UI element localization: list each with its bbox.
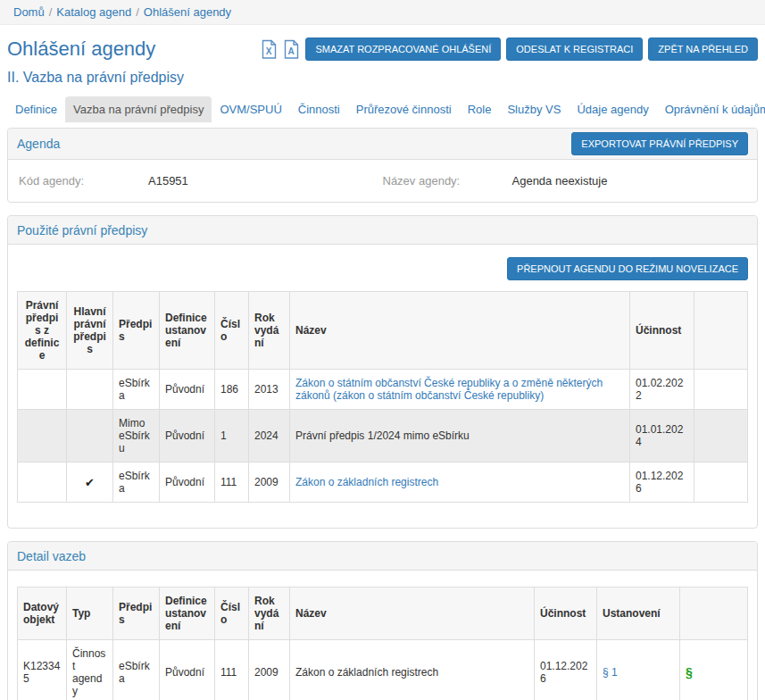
cell-ustanoveni: § 1 [597, 640, 680, 700]
agenda-panel-header: Agenda EXPORTOVAT PRÁVNÍ PŘEDPISY [8, 129, 757, 160]
col-ucinnost: Účinnost [630, 292, 694, 370]
detail-vazeb-table: Datový objekt Typ Předpis Definice ustan… [17, 587, 748, 700]
cell-nazev: Zákon o státním občanství České republik… [290, 370, 630, 410]
breadcrumb-separator: / [136, 5, 139, 19]
tab-sluzby-vs[interactable]: Služby VS [499, 96, 569, 122]
detail-vazeb-panel-header: Detail vazeb [8, 542, 757, 571]
agenda-code-label: Kód agendy: [19, 174, 148, 188]
provision-link[interactable]: § 1 [603, 666, 618, 679]
cell-hlavni [67, 410, 113, 462]
col-predpis: Předpis [113, 292, 160, 370]
cell-ucinnost: 01.12.2026 [630, 462, 694, 503]
agenda-panel: Agenda EXPORTOVAT PRÁVNÍ PŘEDPISY Kód ag… [7, 128, 758, 203]
switch-novelization-mode-button[interactable]: PŘEPNOUT AGENDU DO REŽIMU NOVELIZACE [507, 257, 748, 280]
breadcrumb-current-link[interactable]: Ohlášení agendy [144, 5, 231, 19]
col-akce [694, 292, 748, 370]
agenda-name-label: Název agendy: [383, 174, 512, 188]
agenda-panel-title: Agenda [17, 137, 571, 151]
table-row: ✔ eSbírka Původní 111 2009 Zákon o zákla… [18, 462, 748, 503]
export-legal-regulations-button[interactable]: EXPORTOVAT PRÁVNÍ PŘEDPISY [571, 132, 748, 155]
cell-cislo: 111 [215, 640, 249, 700]
cell-z-definice [18, 410, 67, 462]
agenda-name-field: Název agendy: Agenda neexistuje [383, 174, 747, 188]
tab-udaje-agendy[interactable]: Údaje agendy [569, 96, 656, 122]
col-cislo: Číslo [215, 588, 249, 640]
cell-rok: 2013 [249, 370, 290, 410]
agenda-code-value: A15951 [148, 174, 188, 188]
agenda-code-field: Kód agendy: A15951 [19, 174, 383, 188]
used-regulations-header-row: Právní předpis z definice Hlavní právní … [18, 292, 748, 370]
agenda-panel-body: Kód agendy: A15951 Název agendy: Agenda … [8, 160, 757, 202]
regulation-name-link[interactable]: Zákon o státním občanství České republik… [295, 377, 603, 402]
col-akce [680, 588, 748, 640]
breadcrumb-catalog-link[interactable]: Katalog agend [56, 5, 131, 19]
tab-role[interactable]: Role [460, 96, 500, 122]
cell-hlavni [67, 370, 113, 410]
col-rok-vydani: Rok vydání [249, 588, 290, 640]
col-datovy-objekt: Datový objekt [18, 588, 67, 640]
send-registration-button[interactable]: ODESLAT K REGISTRACI [506, 38, 643, 61]
pdf-export-icon[interactable]: A [283, 39, 300, 60]
detail-vazeb-panel-body: Datový objekt Typ Předpis Definice ustan… [8, 571, 757, 700]
cell-z-definice [18, 462, 67, 503]
page-title: Ohlášení agendy [7, 38, 261, 61]
cell-ucinnost: 01.02.2022 [630, 370, 694, 410]
cell-definice-ustanoveni: Původní [160, 410, 215, 462]
tab-bar: Definice Vazba na právní předpisy OVM/SP… [7, 96, 758, 122]
page-header: Ohlášení agendy X A SMAZAT RO [7, 38, 758, 61]
cell-z-definice [18, 370, 67, 410]
cell-typ: Činnost agendy [67, 640, 113, 700]
back-overview-button[interactable]: ZPĚT NA PŘEHLED [648, 38, 758, 61]
tab-ovm-spuu[interactable]: OVM/SPUÚ [212, 96, 289, 122]
cell-nazev: Právní předpis 1/2024 mimo eSbírku [290, 410, 630, 462]
cell-cislo: 111 [215, 462, 249, 503]
tab-vazba-na-pravni-predpisy[interactable]: Vazba na právní předpisy [65, 96, 212, 122]
regulation-name-link[interactable]: Zákon o základních registrech [295, 476, 438, 488]
col-pravni-predpis-z-definice: Právní předpis z definice [18, 292, 67, 370]
col-hlavni-pravni-predpis: Hlavní právní předpis [67, 292, 113, 370]
col-typ: Typ [67, 588, 113, 640]
col-nazev: Název [290, 292, 630, 370]
agenda-name-value: Agenda neexistuje [512, 174, 608, 188]
cell-rok: 2024 [249, 410, 290, 462]
cell-rok: 2009 [249, 462, 290, 503]
used-regulations-table: Právní předpis z definice Hlavní právní … [17, 291, 748, 503]
breadcrumb-separator: / [49, 5, 53, 19]
used-regulations-panel-title: Použité právní předpisy [17, 223, 748, 238]
svg-text:X: X [266, 46, 272, 56]
cell-definice-ustanoveni: Původní [160, 640, 215, 700]
detail-vazeb-panel: Detail vazeb Datový objekt Typ Předpis D… [7, 541, 758, 700]
tab-definice[interactable]: Definice [7, 96, 65, 122]
tab-prurezove-cinnosti[interactable]: Průřezové činnosti [348, 96, 460, 122]
col-rok-vydani: Rok vydání [249, 292, 290, 370]
cell-akce [694, 370, 748, 410]
cell-predpis: eSbírka [113, 640, 160, 700]
cell-predpis: eSbírka [113, 370, 160, 410]
col-predpis: Předpis [113, 588, 160, 640]
page: Domů/Katalog agend/Ohlášení agendy Ohláš… [0, 0, 765, 700]
table-row: eSbírka Původní 186 2013 Zákon o státním… [18, 370, 748, 410]
col-ucinnost: Účinnost [535, 588, 597, 640]
col-nazev: Název [290, 588, 535, 640]
svg-text:A: A [288, 46, 295, 56]
col-ustanoveni: Ustanovení [597, 588, 680, 640]
cell-cislo: 1 [215, 410, 249, 462]
cell-objekt: K123345 [18, 640, 67, 700]
page-subtitle: II. Vazba na právní předpisy [7, 70, 758, 86]
table-row: K123345 Činnost agendy eSbírka Původní 1… [18, 640, 748, 700]
tab-opravneni-k-udajum[interactable]: Oprávnění k údajům [657, 96, 765, 122]
used-regulations-panel: Použité právní předpisy PŘEPNOUT AGENDU … [7, 215, 758, 529]
paragraph-icon[interactable]: § [686, 665, 693, 679]
used-regulations-panel-body: PŘEPNOUT AGENDU DO REŽIMU NOVELIZACE Prá… [8, 245, 757, 528]
delete-draft-button[interactable]: SMAZAT ROZPRACOVANÉ OHLÁŠENÍ [305, 38, 501, 61]
tab-cinnosti[interactable]: Činnosti [290, 96, 348, 122]
col-definice-ustanoveni: Definice ustanovení [160, 292, 215, 370]
cell-ucinnost: 01.12.2026 [535, 640, 597, 700]
breadcrumb-home-link[interactable]: Domů [13, 5, 45, 19]
cell-definice-ustanoveni: Původní [160, 462, 215, 503]
excel-export-icon[interactable]: X [261, 39, 278, 60]
cell-akce [694, 462, 748, 503]
main-regulation-checkmark: ✔ [67, 462, 113, 503]
header-actions: X A SMAZAT ROZPRACOVANÉ OHLÁŠENÍ ODESLAT… [261, 38, 758, 61]
table-row: Mimo eSbírku Původní 1 2024 Právní předp… [18, 410, 748, 462]
